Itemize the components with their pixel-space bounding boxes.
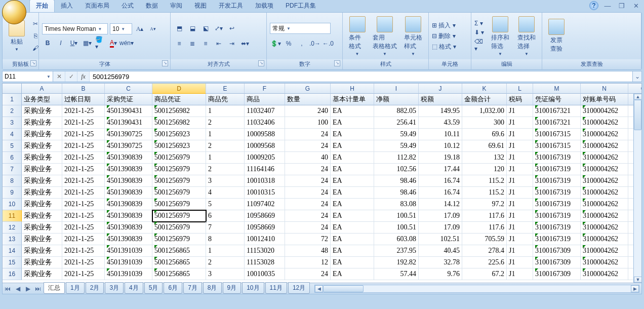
sheet-tab[interactable]: 12月 [288,282,310,294]
vertical-scrollbar[interactable]: ▲ ▼ [633,94,641,283]
cell[interactable]: 3100004262 [581,140,628,152]
cell[interactable]: EA [331,187,374,199]
align-center-button[interactable]: ≣ [187,38,198,49]
cell[interactable]: 192.82 [374,257,419,268]
cell[interactable]: 3100004262 [581,105,628,117]
name-box[interactable]: D11▼ [3,71,53,82]
shrink-font-button[interactable]: A▾ [147,23,158,34]
cell[interactable]: 24 [285,210,331,222]
cell-style-button[interactable]: 单元格 样式▼ [401,15,425,57]
align-bottom-button[interactable]: ⬕ [200,23,211,34]
cell[interactable]: 237.95 [374,245,419,257]
cell[interactable]: 3100167321 [533,117,581,129]
cell[interactable]: 3100004262 [581,245,628,257]
cell[interactable]: 采购业务 [22,117,62,129]
row-header[interactable]: 4 [3,129,22,140]
percent-button[interactable]: % [283,38,294,49]
cell[interactable]: 6 [206,210,245,222]
font-color-button[interactable]: A▾ [108,37,119,49]
cell[interactable]: 4501390839 [105,234,152,245]
expand-formula-bar[interactable]: ⌄ [632,71,641,82]
cell[interactable]: 59.49 [374,140,419,152]
cell[interactable]: 48 [285,245,331,257]
restore-button[interactable]: ❐ [617,2,627,10]
cell[interactable]: 72 [285,234,331,245]
cell[interactable]: 5001256979 [152,164,206,175]
cell[interactable]: 2021-1-25 [62,152,105,164]
first-sheet-button[interactable]: ⏮ [3,284,13,293]
cell[interactable]: 2021-1-25 [62,257,105,268]
cell[interactable]: 11032407 [245,105,285,117]
col-header-G[interactable]: G [285,84,331,94]
header-cell[interactable]: 数量 [285,94,331,105]
cell[interactable]: 2021-1-25 [62,268,105,280]
cell[interactable]: 2 [206,164,245,175]
cell[interactable]: 2021-1-25 [62,117,105,129]
header-cell[interactable]: 基本计量单 [331,94,374,105]
cell[interactable]: 采购业务 [22,222,62,234]
cell[interactable]: 10958669 [245,222,285,234]
row-header[interactable]: 11 [3,210,22,222]
header-cell[interactable]: 税码 [507,94,533,105]
cell[interactable]: 882.05 [374,105,419,117]
grow-font-button[interactable]: A▴ [134,23,145,34]
cell[interactable]: 10010318 [245,175,285,187]
cell[interactable]: 5 [206,199,245,210]
cell[interactable]: 3100004262 [581,129,628,140]
cell[interactable]: 4501390839 [105,187,152,199]
cell[interactable]: 采购业务 [22,268,62,280]
cell[interactable]: EA [331,245,374,257]
cell[interactable]: EA [331,199,374,210]
cell[interactable]: 2021-1-25 [62,222,105,234]
merge-button[interactable]: ⬌▾ [239,38,251,49]
cell[interactable]: 2 [206,140,245,152]
cell[interactable]: 3100004262 [581,117,628,129]
number-format-combo[interactable]: 常规▼ [270,23,331,34]
cell[interactable]: J1 [507,268,533,280]
cell[interactable]: 采购业务 [22,245,62,257]
cell[interactable]: 16.74 [419,187,462,199]
sheet-tab[interactable]: 9月 [223,282,242,294]
cell[interactable]: 10958669 [245,210,285,222]
cell[interactable]: 2 [206,117,245,129]
cond-format-button[interactable]: 条件格式▼ [346,15,369,57]
cell[interactable]: 2021-1-25 [62,199,105,210]
cell[interactable]: 11164146 [245,164,285,175]
cell[interactable]: 43.59 [419,117,462,129]
scroll-thumb[interactable] [323,285,364,292]
cell[interactable]: 3100167319 [533,222,581,234]
cell[interactable]: 采购业务 [22,152,62,164]
cell[interactable]: 3100004262 [581,152,628,164]
phonetic-button[interactable]: wén▾ [121,37,132,49]
cell[interactable]: 3100167319 [533,234,581,245]
row-header[interactable]: 1 [3,94,22,105]
cell[interactable]: EA [331,222,374,234]
col-header-J[interactable]: J [419,84,462,94]
sheet-tab[interactable]: 6月 [164,282,182,294]
cell[interactable]: 120 [462,164,507,175]
cell[interactable]: 5001256865 [152,268,206,280]
cell[interactable]: 8 [206,234,245,245]
cell[interactable]: 5001256923 [152,129,206,140]
ribbon-tab-pagelayout[interactable]: 页面布局 [79,0,115,12]
row-header[interactable]: 15 [3,257,22,268]
cell[interactable]: 4501390839 [105,164,152,175]
fill-color-button[interactable]: 🪣▾ [95,37,106,49]
header-cell[interactable]: 过帐日期 [62,94,105,105]
formula-input[interactable] [90,71,632,82]
col-header-D[interactable]: D [152,84,206,94]
cell[interactable]: 40 [285,152,331,164]
header-cell[interactable]: 净额 [374,94,419,105]
row-header[interactable]: 10 [3,199,22,210]
help-icon[interactable]: ? [589,1,598,10]
cell[interactable]: J1 [507,257,533,268]
scroll-right-button[interactable]: ▶ [631,285,639,292]
scroll-up-button[interactable]: ▲ [634,94,642,100]
border-button[interactable]: ▦▾ [82,37,93,49]
cell[interactable]: 5001256979 [152,222,206,234]
cell[interactable]: 3100004262 [581,199,628,210]
office-orb-button[interactable] [2,0,26,24]
cell[interactable]: 256.41 [374,117,419,129]
table-format-button[interactable]: 套用 表格格式▼ [370,15,400,57]
cell[interactable]: 4501390725 [105,129,152,140]
